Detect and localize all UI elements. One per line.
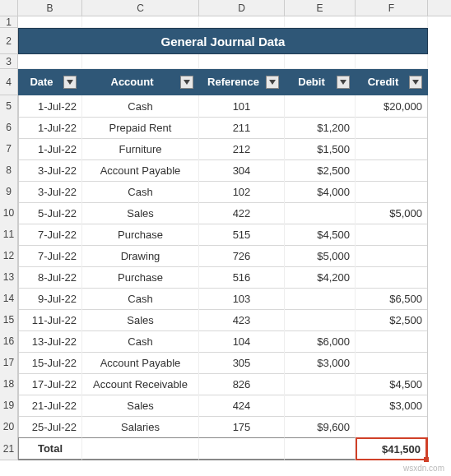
cell-reference[interactable]: 826 — [199, 373, 285, 395]
cell-date[interactable]: 1-Jul-22 — [18, 95, 82, 118]
cell-credit[interactable] — [356, 181, 428, 203]
cell[interactable] — [285, 54, 356, 69]
cell[interactable] — [199, 437, 285, 460]
cell-account[interactable]: Furniture — [82, 138, 199, 160]
cell-debit[interactable] — [285, 373, 356, 395]
filter-button-reference[interactable] — [266, 76, 279, 89]
row-header[interactable]: 12 — [0, 245, 18, 267]
cell-date[interactable]: 7-Jul-22 — [18, 245, 82, 267]
cell-account[interactable]: Cash — [82, 181, 199, 203]
cell-debit[interactable]: $4,500 — [285, 224, 356, 246]
select-all-corner[interactable] — [0, 0, 18, 16]
cell-credit[interactable]: $4,500 — [356, 373, 428, 395]
cell-date[interactable]: 3-Jul-22 — [18, 181, 82, 203]
cell-account[interactable]: Sales — [82, 202, 199, 224]
row-header[interactable]: 20 — [0, 416, 18, 438]
cell-reference[interactable]: 726 — [199, 245, 285, 267]
cell-credit[interactable]: $20,000 — [356, 95, 428, 118]
th-date[interactable]: Date — [18, 69, 82, 95]
cell-date[interactable]: 25-Jul-22 — [18, 416, 82, 438]
row-header[interactable]: 3 — [0, 54, 18, 69]
cell-account[interactable]: Purchase — [82, 266, 199, 289]
cell[interactable] — [82, 16, 199, 28]
th-credit[interactable]: Credit — [356, 69, 428, 95]
cell[interactable] — [356, 54, 428, 69]
cell-reference[interactable]: 102 — [199, 181, 285, 203]
row-header[interactable]: 1 — [0, 16, 18, 28]
row-header[interactable]: 2 — [0, 28, 18, 54]
filter-button-account[interactable] — [180, 76, 193, 89]
cell-reference[interactable]: 175 — [199, 416, 285, 438]
cell[interactable] — [82, 437, 199, 460]
col-header-f[interactable]: F — [356, 0, 428, 16]
cell-account[interactable]: Sales — [82, 395, 199, 417]
cell-account[interactable]: Prepaid Rent — [82, 117, 199, 139]
cell-account[interactable]: Account Payable — [82, 352, 199, 374]
cell-date[interactable]: 7-Jul-22 — [18, 224, 82, 246]
cell-credit[interactable] — [356, 138, 428, 160]
cell-debit[interactable] — [285, 202, 356, 224]
cell-account[interactable]: Purchase — [82, 224, 199, 246]
cell-account[interactable]: Cash — [82, 330, 199, 353]
cell[interactable] — [199, 54, 285, 69]
cell-reference[interactable]: 104 — [199, 330, 285, 353]
cell-reference[interactable]: 103 — [199, 288, 285, 310]
cell-credit[interactable]: $5,000 — [356, 202, 428, 224]
page-title[interactable]: General Journal Data — [18, 28, 428, 54]
row-header[interactable]: 9 — [0, 181, 18, 203]
row-header[interactable]: 7 — [0, 138, 18, 160]
cell-date[interactable]: 11-Jul-22 — [18, 309, 82, 331]
cell-credit[interactable]: $6,500 — [356, 288, 428, 310]
cell-reference[interactable]: 101 — [199, 95, 285, 118]
filter-button-debit[interactable] — [337, 76, 350, 89]
cell-account[interactable]: Sales — [82, 309, 199, 331]
cell-debit[interactable]: $4,000 — [285, 181, 356, 203]
cell-reference[interactable]: 424 — [199, 395, 285, 417]
row-header[interactable]: 21 — [0, 437, 18, 460]
col-header-c[interactable]: C — [82, 0, 199, 16]
cell-account[interactable]: Account Payable — [82, 159, 199, 182]
cell-reference[interactable]: 211 — [199, 117, 285, 139]
cell-reference[interactable]: 422 — [199, 202, 285, 224]
cell-credit[interactable] — [356, 224, 428, 246]
cell-account[interactable]: Cash — [82, 288, 199, 310]
cell-date[interactable]: 17-Jul-22 — [18, 373, 82, 395]
cell-reference[interactable]: 305 — [199, 352, 285, 374]
th-debit[interactable]: Debit — [285, 69, 356, 95]
cell-account[interactable]: Salaries — [82, 416, 199, 438]
cell-credit[interactable] — [356, 117, 428, 139]
row-header[interactable]: 11 — [0, 224, 18, 246]
cell-debit[interactable]: $5,000 — [285, 245, 356, 267]
cell-debit[interactable]: $3,000 — [285, 352, 356, 374]
cell-debit[interactable] — [285, 95, 356, 118]
th-account[interactable]: Account — [82, 69, 199, 95]
col-header-d[interactable]: D — [199, 0, 285, 16]
cell-reference[interactable]: 516 — [199, 266, 285, 289]
cell-date[interactable]: 15-Jul-22 — [18, 352, 82, 374]
cell-debit[interactable] — [285, 288, 356, 310]
cell-debit[interactable]: $9,600 — [285, 416, 356, 438]
cell-account[interactable]: Drawing — [82, 245, 199, 267]
cell[interactable] — [18, 54, 82, 69]
cell[interactable] — [199, 16, 285, 28]
cell[interactable] — [356, 16, 428, 28]
cell-credit[interactable] — [356, 416, 428, 438]
cell-account[interactable]: Cash — [82, 95, 199, 118]
cell-credit[interactable] — [356, 159, 428, 182]
cell-reference[interactable]: 423 — [199, 309, 285, 331]
filter-button-credit[interactable] — [409, 76, 422, 89]
cell-reference[interactable]: 304 — [199, 159, 285, 182]
row-header[interactable]: 13 — [0, 266, 18, 289]
row-header[interactable]: 19 — [0, 395, 18, 417]
row-header[interactable]: 17 — [0, 352, 18, 374]
cell-debit[interactable]: $6,000 — [285, 330, 356, 353]
cell-date[interactable]: 8-Jul-22 — [18, 266, 82, 289]
col-header-e[interactable]: E — [285, 0, 356, 16]
cell-date[interactable]: 21-Jul-22 — [18, 395, 82, 417]
cell[interactable] — [82, 54, 199, 69]
row-header[interactable]: 8 — [0, 159, 18, 182]
total-credit-cell[interactable]: $41,500 — [356, 437, 428, 460]
cell[interactable] — [18, 16, 82, 28]
fill-handle[interactable] — [424, 457, 429, 462]
cell-credit[interactable] — [356, 352, 428, 374]
